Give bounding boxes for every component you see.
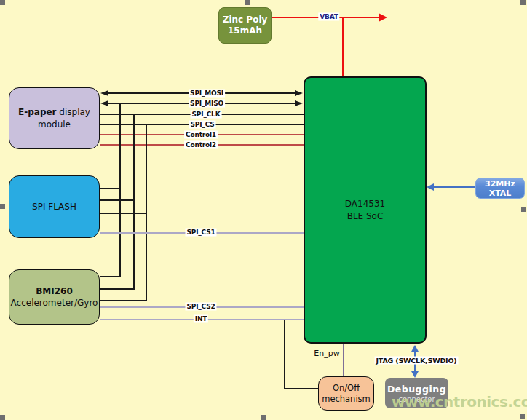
int-label: INT <box>194 315 208 323</box>
control2-label: Control2 <box>184 141 218 149</box>
epaper-label-bold: E-paper <box>18 107 57 117</box>
spi-flash-label: SPI FLASH <box>32 202 76 212</box>
flash-tap-2 <box>100 199 135 201</box>
xtal-label-line1: 32MHz <box>485 179 515 189</box>
bmi260-label-line2: Accelerometer/Gyro <box>11 297 98 309</box>
xtal-arrowhead <box>427 183 434 191</box>
spi-mosi-right-arrowhead <box>295 90 303 96</box>
block-diagram-canvas: SPI_MOSI SPI_MISO SPI_CLK SPI_CS Control… <box>0 0 527 420</box>
spi-miso-right-arrowhead <box>295 100 303 106</box>
bmi260-label-line1: BMI260 <box>36 285 73 297</box>
onoff-link-horizontal <box>284 388 318 389</box>
selection-handle-bottom-left[interactable] <box>0 415 5 420</box>
selection-handle-top-right[interactable] <box>520 0 526 5</box>
flash-tap-1 <box>100 188 121 189</box>
battery-block: Zinc Poly 15mAh <box>218 7 272 44</box>
epaper-label-line1: E-paper display <box>18 106 90 119</box>
spi-cs2-label: SPI_CS2 <box>185 303 216 311</box>
bus-vertical-2 <box>133 114 135 290</box>
spi-flash-block: SPI FLASH <box>9 175 100 238</box>
vbat-wire-vertical <box>342 17 344 76</box>
onoff-label-line1: On/Off <box>333 383 360 394</box>
control1-label: Control1 <box>184 131 218 139</box>
selection-handle-bottom-center[interactable] <box>261 415 266 420</box>
selection-handle-top-left[interactable] <box>0 0 5 5</box>
soc-label-line2: BLE SoC <box>347 210 384 223</box>
en-pw-label: En_pw <box>314 349 339 358</box>
bmi-tap-1 <box>100 276 121 277</box>
epaper-label-line2: module <box>38 119 71 131</box>
selection-handle-mid-left[interactable] <box>0 204 5 209</box>
spi-mosi-left-arrowhead <box>100 90 108 96</box>
spi-mosi-label: SPI_MOSI <box>189 90 225 98</box>
spi-cs1-label: SPI_CS1 <box>185 229 216 237</box>
soc-label-line1: DA14531 <box>345 198 385 210</box>
selection-handle-top-center[interactable] <box>245 0 250 5</box>
da14531-soc-block: DA14531 BLE SoC <box>304 76 427 344</box>
epaper-display-block: E-paper display module <box>9 87 100 149</box>
spi-miso-label: SPI_MISO <box>189 100 225 108</box>
battery-label-line1: Zinc Poly <box>223 15 268 25</box>
xtal-block: 32MHz XTAL <box>475 178 525 199</box>
bus-vertical-1 <box>119 103 121 277</box>
bmi-tap-2 <box>100 288 135 290</box>
spi-clk-label: SPI_CLK <box>191 111 222 119</box>
xtal-label-line2: XTAL <box>489 189 512 198</box>
vbat-label: VBAT <box>318 13 339 21</box>
spi-cs-label: SPI_CS <box>189 121 216 129</box>
flash-tap-3 <box>100 213 147 214</box>
en-pw-wire <box>343 344 344 376</box>
jtag-down-arrowhead <box>411 371 419 378</box>
jtag-label: JTAG (SWCLK,SWDIO) <box>375 357 459 365</box>
watermark-text: www.cntronics.com <box>392 393 527 411</box>
bmi-tap-3 <box>100 300 147 301</box>
xtal-wire <box>433 186 475 188</box>
selection-handle-mid-right[interactable] <box>521 207 526 212</box>
spi-miso-left-arrowhead <box>100 100 108 106</box>
onoff-link-vertical <box>284 320 285 389</box>
selection-handle-bottom-right[interactable] <box>520 414 525 419</box>
vbat-arrowhead <box>379 13 387 22</box>
onoff-mechanism-block: On/Off mechanism <box>318 376 374 411</box>
epaper-label-rest: display <box>59 107 90 117</box>
jtag-up-arrowhead <box>411 345 419 352</box>
battery-label-line2: 15mAh <box>228 25 262 36</box>
bmi260-block: BMI260 Accelerometer/Gyro <box>9 269 100 325</box>
onoff-label-line2: mechanism <box>322 394 371 405</box>
